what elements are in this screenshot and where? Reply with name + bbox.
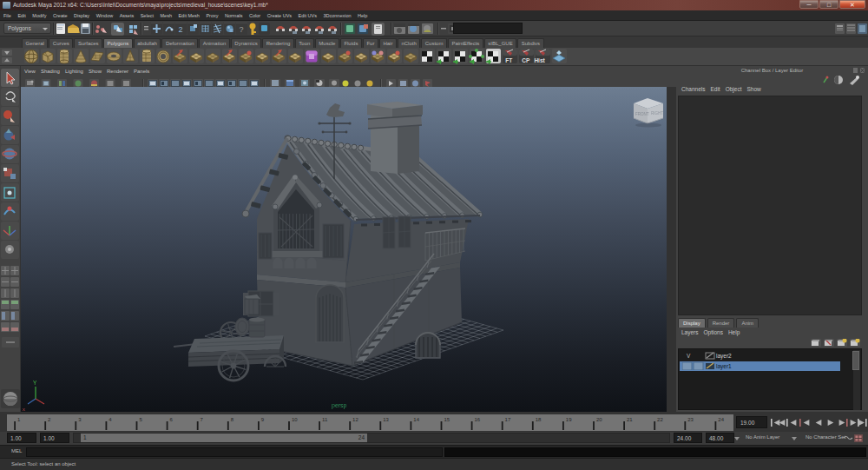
svg-text:2: 2 bbox=[48, 417, 51, 422]
svg-text:FRONT: FRONT bbox=[635, 112, 649, 116]
svg-text:FT: FT bbox=[505, 57, 512, 63]
svg-text:2: 2 bbox=[179, 25, 183, 34]
svg-text:15: 15 bbox=[444, 417, 450, 422]
svg-text:22: 22 bbox=[657, 417, 663, 422]
svg-text:11: 11 bbox=[322, 417, 328, 422]
svg-text:4: 4 bbox=[108, 417, 112, 422]
svg-text:persp: persp bbox=[332, 402, 347, 409]
svg-text:7: 7 bbox=[201, 417, 204, 422]
svg-text:Y: Y bbox=[33, 380, 37, 386]
svg-text:23: 23 bbox=[687, 417, 694, 422]
svg-text:8: 8 bbox=[231, 417, 234, 422]
svg-text:19: 19 bbox=[566, 417, 572, 422]
svg-text:13: 13 bbox=[383, 417, 389, 422]
svg-text:20: 20 bbox=[596, 417, 602, 422]
svg-text:6: 6 bbox=[170, 417, 174, 422]
svg-text:1: 1 bbox=[17, 417, 21, 422]
svg-text:17: 17 bbox=[505, 417, 511, 422]
svg-text:10: 10 bbox=[292, 417, 298, 422]
svg-text:18: 18 bbox=[536, 417, 542, 422]
svg-text:21: 21 bbox=[627, 417, 633, 422]
svg-text:14: 14 bbox=[413, 417, 419, 422]
svg-text:3: 3 bbox=[78, 417, 82, 422]
svg-text:24: 24 bbox=[718, 417, 724, 422]
svg-text:RIGHT: RIGHT bbox=[651, 111, 663, 116]
svg-text:?: ? bbox=[240, 25, 244, 34]
svg-text:5: 5 bbox=[139, 417, 142, 422]
svg-text:CP: CP bbox=[522, 57, 530, 63]
svg-text:Hist: Hist bbox=[534, 57, 545, 63]
svg-text:12: 12 bbox=[352, 417, 358, 422]
svg-text:16: 16 bbox=[475, 417, 481, 422]
svg-text:9: 9 bbox=[261, 417, 265, 422]
